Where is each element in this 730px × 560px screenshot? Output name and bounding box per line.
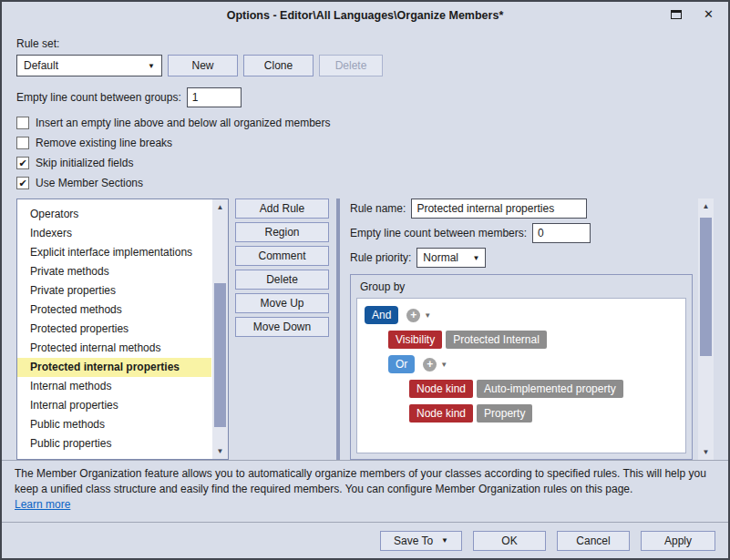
scroll-track[interactable] <box>698 214 714 444</box>
delete-ruleset-button: Delete <box>319 55 383 76</box>
chevron-down-icon: ▼ <box>424 311 431 320</box>
visibility-field-badge[interactable]: Visibility <box>388 331 442 349</box>
list-scrollbar[interactable]: ▲ ▼ <box>212 199 228 459</box>
list-item[interactable]: Protected properties <box>17 320 211 339</box>
empty-line-groups-label: Empty line count between groups: <box>16 91 181 104</box>
list-item[interactable]: Private methods <box>17 262 211 281</box>
close-button[interactable]: ✕ <box>704 8 714 20</box>
empty-line-members-input[interactable] <box>532 223 591 243</box>
clone-button[interactable]: Clone <box>243 55 314 76</box>
checkbox-insert-empty-line[interactable]: Insert an empty line above and below all… <box>16 113 714 133</box>
maximize-icon <box>671 10 682 19</box>
group-by-title: Group by <box>356 278 686 298</box>
maximize-button[interactable] <box>671 10 682 19</box>
add-condition-button[interactable]: + ▼ <box>406 309 431 322</box>
empty-line-members-label: Empty line count between members: <box>350 227 527 239</box>
list-item-selected[interactable]: Protected internal properties <box>17 358 211 377</box>
chevron-down-icon: ▼ <box>148 62 155 70</box>
splitter[interactable] <box>336 199 340 460</box>
rules-list: Operators Indexers Explicit interface im… <box>16 199 229 460</box>
chevron-down-icon: ▼ <box>441 536 448 545</box>
checkbox-skip-initialized-fields[interactable]: ✔ Skip initialized fields <box>16 153 714 173</box>
list-item[interactable]: Indexers <box>17 224 211 243</box>
rule-set-select[interactable]: Default ▼ <box>16 55 162 76</box>
node-kind-field-badge[interactable]: Node kind <box>409 404 473 423</box>
list-item[interactable]: Private properties <box>17 281 211 300</box>
rule-priority-select[interactable]: Normal ▼ <box>416 248 486 268</box>
node-kind-value-badge[interactable]: Auto-implemented property <box>477 380 623 398</box>
window-title: Options - Editor\All Languages\Organize … <box>2 9 728 22</box>
checkbox-icon <box>16 117 29 129</box>
checkbox-use-member-sections[interactable]: ✔ Use Member Sections <box>16 173 714 193</box>
panel-scrollbar[interactable]: ▲ ▼ <box>698 199 714 460</box>
scroll-down-button[interactable]: ▼ <box>212 443 228 459</box>
scroll-thumb[interactable] <box>214 283 226 427</box>
plus-icon: + <box>423 358 437 372</box>
move-up-button[interactable]: Move Up <box>235 293 329 313</box>
scroll-up-button[interactable]: ▲ <box>212 199 228 215</box>
comment-button[interactable]: Comment <box>235 246 329 266</box>
save-to-label: Save To <box>394 535 433 547</box>
rule-set-value: Default <box>24 59 58 72</box>
rule-editor-panel: Rule name: Empty line count between memb… <box>350 199 693 460</box>
list-item[interactable]: Internal properties <box>17 396 211 415</box>
list-item[interactable]: Public properties <box>17 434 211 453</box>
options-dialog: Options - Editor\All Languages\Organize … <box>0 0 730 560</box>
new-button[interactable]: New <box>168 55 238 76</box>
checkbox-icon: ✔ <box>16 177 29 189</box>
scroll-thumb[interactable] <box>700 218 712 356</box>
move-down-button[interactable]: Move Down <box>235 317 329 337</box>
node-kind-value-badge[interactable]: Property <box>477 404 532 423</box>
footer: Save To ▼ OK Cancel Apply <box>2 522 728 558</box>
save-to-button[interactable]: Save To ▼ <box>380 531 462 551</box>
description-text: The Member Organization feature allows y… <box>15 467 706 495</box>
list-item[interactable]: Operators <box>17 205 211 224</box>
chevron-down-icon: ▼ <box>440 361 447 369</box>
list-item[interactable]: Public methods <box>17 415 211 434</box>
add-rule-button[interactable]: Add Rule <box>235 199 329 219</box>
checkbox-label: Skip initialized fields <box>36 157 133 169</box>
scroll-down-button[interactable]: ▼ <box>698 444 714 460</box>
add-condition-button[interactable]: + ▼ <box>423 358 447 372</box>
list-item[interactable]: Internal methods <box>17 377 211 396</box>
checkbox-remove-line-breaks[interactable]: Remove existing line breaks <box>16 133 714 153</box>
delete-rule-button[interactable]: Delete <box>235 270 329 290</box>
region-button[interactable]: Region <box>235 222 329 242</box>
checkbox-icon <box>16 137 29 149</box>
or-operator-badge[interactable]: Or <box>388 355 415 373</box>
node-kind-field-badge[interactable]: Node kind <box>409 380 473 398</box>
rule-actions: Add Rule Region Comment Delete Move Up M… <box>235 199 329 460</box>
cancel-button[interactable]: Cancel <box>557 531 630 551</box>
apply-button[interactable]: Apply <box>641 531 715 551</box>
learn-more-link[interactable]: Learn more <box>15 498 70 511</box>
close-icon: ✕ <box>704 7 714 21</box>
scroll-up-button[interactable]: ▲ <box>698 199 714 214</box>
rule-name-label: Rule name: <box>350 202 406 215</box>
options-body: Rule set: Default ▼ New Clone Delete Emp… <box>2 29 728 460</box>
scroll-track[interactable] <box>212 215 228 443</box>
visibility-value-badge[interactable]: Protected Internal <box>446 331 547 349</box>
titlebar: Options - Editor\All Languages\Organize … <box>2 2 728 29</box>
group-by-tree: And + ▼ Visibility Protected Internal Or <box>356 298 686 453</box>
checkbox-label: Remove existing line breaks <box>36 137 172 149</box>
description-section: The Member Organization feature allows y… <box>2 460 728 522</box>
list-item[interactable]: Protected internal methods <box>17 339 211 358</box>
plus-icon: + <box>406 309 420 322</box>
checkbox-label: Use Member Sections <box>36 177 143 189</box>
chevron-down-icon: ▼ <box>472 254 479 262</box>
checkbox-label: Insert an empty line above and below all… <box>36 117 331 129</box>
rule-set-label: Rule set: <box>16 37 714 50</box>
rule-priority-value: Normal <box>423 251 458 264</box>
and-operator-badge[interactable]: And <box>365 306 398 324</box>
group-by-panel: Group by And + ▼ Visibility Protected In… <box>350 274 693 460</box>
list-item[interactable]: Explicit interface implementations <box>17 243 211 262</box>
ok-button[interactable]: OK <box>473 531 546 551</box>
checkbox-icon: ✔ <box>16 157 29 169</box>
list-item[interactable]: Protected methods <box>17 300 211 320</box>
rule-name-input[interactable] <box>411 199 587 219</box>
empty-line-groups-input[interactable] <box>187 87 242 107</box>
rule-priority-label: Rule priority: <box>350 251 411 264</box>
